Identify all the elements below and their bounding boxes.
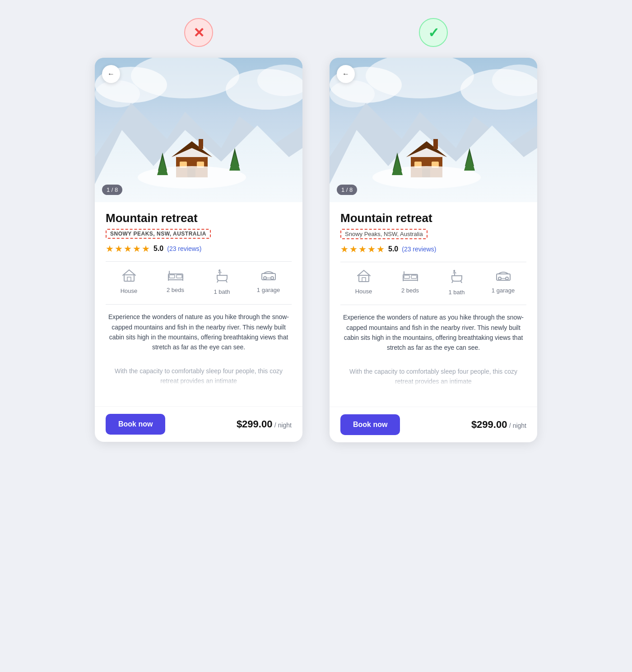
good-star-1: ★	[340, 244, 349, 255]
good-property-title: Mountain retreat	[340, 211, 526, 225]
image-counter: 1 / 8	[102, 185, 122, 195]
svg-rect-56	[359, 275, 369, 282]
good-rating-reviews-link[interactable]: (23 reviews)	[402, 246, 436, 253]
page-wrapper: ✕	[77, 18, 555, 442]
good-amenities-row: House	[340, 269, 526, 296]
garage-icon	[261, 269, 276, 284]
svg-rect-21	[127, 277, 131, 281]
location-bad: SNOWY PEAKS, NSW, AUSTRALIA	[106, 229, 211, 239]
property-title: Mountain retreat	[106, 211, 292, 225]
description-p1: Experience the wonders of nature as you …	[106, 312, 292, 352]
good-star-rating: ★ ★ ★ ★ ★	[340, 244, 385, 255]
svg-line-31	[221, 272, 221, 273]
svg-rect-24	[177, 275, 182, 278]
amenity-garage-label: 1 garage	[257, 287, 280, 293]
good-back-arrow-icon: ←	[342, 70, 349, 78]
good-amenity-beds: 2 beds	[387, 269, 433, 296]
svg-line-67	[455, 272, 456, 273]
good-panel: ✓	[330, 18, 537, 442]
good-divider-2	[340, 305, 526, 305]
good-price-block: $299.00 / night	[471, 419, 526, 431]
svg-point-4	[95, 80, 140, 107]
good-description-p2: With the capacity to comfortably sleep f…	[340, 366, 526, 387]
rating-number: 5.0	[153, 245, 163, 253]
svg-line-66	[453, 272, 454, 273]
svg-rect-60	[411, 275, 417, 278]
good-house-icon	[357, 269, 371, 285]
location-good: Snowy Peaks, NSW, Australia	[340, 229, 428, 239]
good-bath-icon	[450, 269, 464, 286]
good-card: ← 1 / 8 Mountain retreat Snowy Peaks, NS…	[330, 58, 537, 442]
star-rating: ★ ★ ★ ★ ★	[106, 243, 150, 254]
star-5-half: ★	[142, 243, 150, 254]
svg-line-30	[218, 272, 219, 273]
svg-rect-23	[169, 275, 175, 278]
good-star-2: ★	[349, 244, 358, 255]
good-amenity-beds-label: 2 beds	[401, 287, 419, 294]
house-icon	[122, 269, 136, 285]
svg-rect-50	[433, 139, 438, 149]
good-card-footer: Book now $299.00 / night	[330, 407, 537, 442]
good-card-image: ← 1 / 8	[330, 58, 537, 202]
book-now-button[interactable]: Book now	[106, 414, 165, 435]
svg-rect-57	[362, 278, 366, 282]
back-arrow-icon: ←	[107, 70, 115, 78]
good-garage-icon	[496, 269, 511, 284]
amenity-house: House	[106, 269, 152, 295]
good-amenity-bath-label: 1 bath	[448, 289, 465, 296]
star-1: ★	[106, 243, 114, 254]
bad-panel: ✕	[95, 18, 302, 442]
star-4: ★	[133, 243, 141, 254]
good-divider	[340, 262, 526, 262]
svg-rect-20	[124, 275, 134, 281]
good-amenity-house-label: House	[355, 288, 372, 295]
star-3: ★	[124, 243, 132, 254]
svg-point-40	[330, 80, 375, 107]
svg-point-34	[271, 277, 274, 279]
rating-row: ★ ★ ★ ★ ★ 5.0 (23 reviews)	[106, 243, 292, 254]
good-amenity-garage-label: 1 garage	[492, 287, 515, 294]
good-price-per-night: / night	[509, 422, 526, 429]
good-badge-symbol: ✓	[428, 25, 439, 41]
star-2: ★	[115, 243, 123, 254]
bath-icon	[215, 269, 229, 286]
good-amenity-bath: 1 bath	[433, 269, 480, 296]
bad-badge: ✕	[184, 18, 213, 47]
good-rating-row: ★ ★ ★ ★ ★ 5.0 (23 reviews)	[340, 244, 526, 255]
good-amenity-house: House	[340, 269, 387, 296]
good-card-body: Mountain retreat Snowy Peaks, NSW, Austr…	[330, 202, 537, 407]
price-amount: $299.00	[237, 418, 273, 430]
svg-rect-14	[199, 139, 203, 149]
good-back-button[interactable]: ←	[337, 65, 355, 83]
divider	[106, 261, 292, 262]
bad-badge-symbol: ✕	[193, 25, 204, 41]
good-rating-number: 5.0	[388, 245, 398, 253]
amenity-house-label: House	[121, 287, 138, 294]
good-badge: ✓	[419, 18, 448, 47]
amenity-bath-label: 1 bath	[214, 288, 230, 295]
good-book-now-button[interactable]: Book now	[340, 414, 400, 435]
description-p2: With the capacity to comfortably sleep f…	[106, 366, 292, 386]
good-amenity-garage: 1 garage	[480, 269, 526, 296]
amenities-row: House	[106, 269, 292, 295]
amenity-bath: 1 bath	[199, 269, 245, 295]
price-per-night: / night	[274, 422, 292, 429]
good-price-amount: $299.00	[471, 419, 507, 430]
bad-card-body: Mountain retreat SNOWY PEAKS, NSW, AUSTR…	[95, 202, 302, 406]
back-button[interactable]: ←	[102, 65, 120, 83]
comparison-row: ✕	[77, 18, 555, 442]
good-bed-icon	[403, 269, 418, 284]
amenity-beds-label: 2 beds	[167, 287, 184, 293]
amenity-garage: 1 garage	[245, 269, 292, 295]
good-star-3: ★	[358, 244, 367, 255]
price-block: $299.00 / night	[237, 418, 292, 430]
good-star-5-half: ★	[376, 244, 385, 255]
good-image-counter: 1 / 8	[337, 185, 357, 195]
svg-point-70	[506, 277, 508, 280]
svg-point-69	[498, 277, 501, 280]
bad-card-image: ← 1 / 8	[95, 58, 302, 202]
divider-2	[106, 304, 292, 305]
svg-rect-59	[404, 275, 409, 278]
svg-point-33	[264, 277, 266, 279]
rating-reviews-link[interactable]: (23 reviews)	[167, 245, 201, 252]
